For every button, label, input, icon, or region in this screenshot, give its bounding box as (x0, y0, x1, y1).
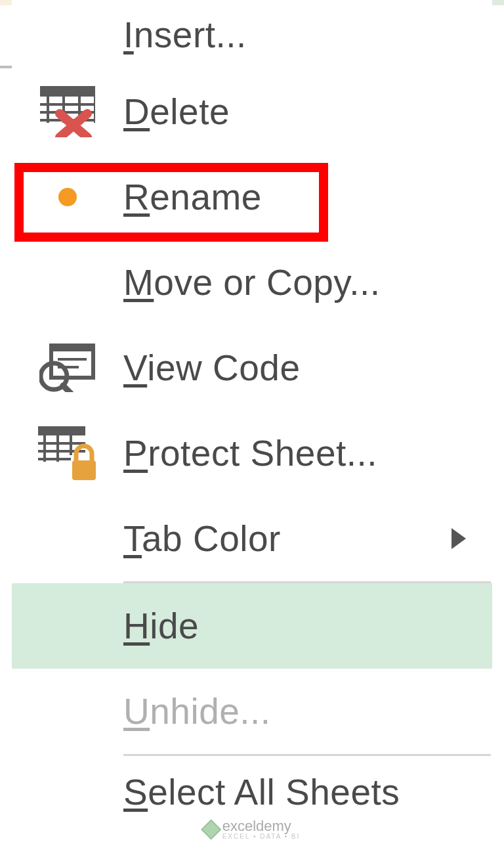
menu-label-view-code: View Code (123, 347, 301, 389)
menu-item-view-code[interactable]: View Code (12, 325, 492, 411)
gridline-fragment (0, 66, 12, 68)
menu-label-unhide: Unhide... (123, 690, 271, 732)
menu-label-delete: Delete (123, 91, 230, 133)
tab-color-icon-slot (12, 496, 123, 581)
bullet-icon (58, 188, 77, 206)
svg-rect-21 (72, 460, 96, 480)
menu-item-protect-sheet[interactable]: Protect Sheet... (12, 411, 492, 496)
watermark: exceldemy EXCEL • DATA • BI (204, 819, 301, 840)
submenu-arrow-icon (452, 528, 466, 549)
unhide-icon-slot (12, 669, 123, 754)
watermark-brand: exceldemy (222, 819, 301, 833)
rename-icon-slot (12, 154, 123, 240)
menu-item-unhide: Unhide... (12, 669, 492, 754)
sheet-tab-context-menu: Insert... Delete Rename (12, 0, 492, 844)
hide-icon-slot (12, 583, 123, 669)
menu-item-tab-color[interactable]: Tab Color (12, 496, 492, 581)
svg-line-13 (63, 386, 72, 392)
select-all-icon-slot (12, 756, 123, 828)
menu-item-rename[interactable]: Rename (12, 154, 492, 240)
insert-icon (12, 0, 123, 69)
protect-sheet-icon (12, 411, 123, 496)
menu-label-rename: Rename (123, 176, 262, 218)
menu-label-insert: Insert... (123, 14, 247, 56)
menu-label-protect-sheet: Protect Sheet... (123, 432, 377, 474)
watermark-text: exceldemy EXCEL • DATA • BI (222, 819, 301, 840)
move-copy-icon-slot (12, 240, 123, 325)
menu-label-hide: Hide (123, 605, 199, 647)
menu-label-move-or-copy: Move or Copy... (123, 261, 381, 303)
menu-label-tab-color: Tab Color (123, 518, 281, 560)
menu-label-select-all-sheets: Select All Sheets (123, 771, 400, 813)
menu-item-move-or-copy[interactable]: Move or Copy... (12, 240, 492, 325)
menu-item-insert[interactable]: Insert... (12, 0, 492, 69)
delete-sheet-icon (12, 69, 123, 154)
menu-item-delete[interactable]: Delete (12, 69, 492, 154)
view-code-icon (12, 325, 123, 411)
watermark-tagline: EXCEL • DATA • BI (222, 833, 301, 840)
watermark-logo-icon (201, 819, 221, 839)
svg-rect-9 (51, 344, 93, 351)
menu-item-hide[interactable]: Hide (12, 583, 492, 669)
